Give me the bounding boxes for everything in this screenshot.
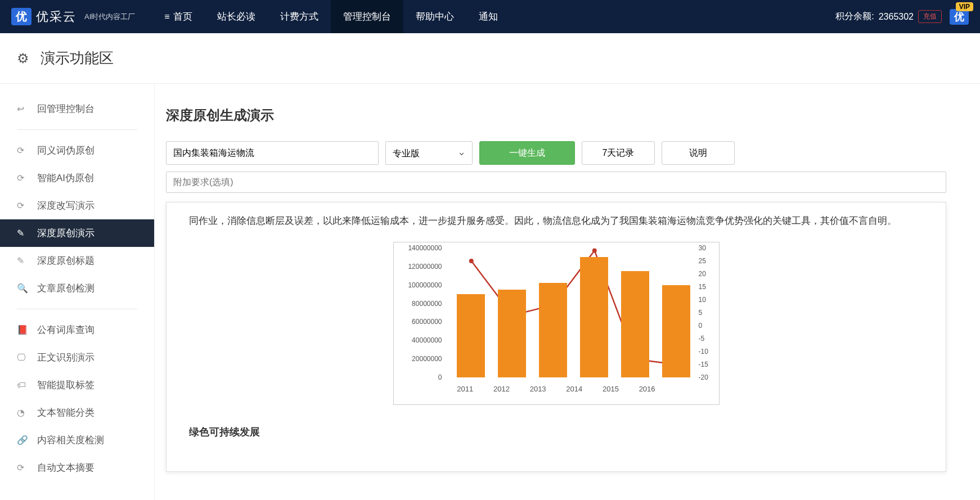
logo-subtitle: AI时代内容工厂 [84, 12, 135, 22]
y-left-tick: 140000000 [408, 241, 442, 255]
sidebar-item[interactable]: 🖵正文识别演示 [0, 344, 154, 371]
sidebar-label: 智能提取标签 [37, 379, 95, 391]
y-right-tick: -15 [699, 358, 708, 371]
controls-row: 专业版 一键生成 7天记录 说明 [166, 141, 946, 165]
y-right-tick: 30 [699, 241, 706, 255]
nav-label: 计费方式 [280, 10, 318, 23]
sidebar-label: 深度原创演示 [37, 227, 95, 240]
y-left-tick: 60000000 [412, 315, 442, 328]
nav-item[interactable]: 管理控制台 [331, 0, 403, 33]
nav-item[interactable]: 帮助中心 [403, 0, 466, 33]
sidebar-item[interactable]: 🔍文章原创检测 [0, 274, 154, 302]
output-panel[interactable]: 同作业，消除信息断层及误差，以此来降低运输成本，进一步提升服务感受。因此，物流信… [166, 202, 946, 472]
sidebar-label: 内容相关度检测 [37, 434, 104, 447]
list-icon: ≡ [164, 12, 169, 22]
y-right-tick: -20 [699, 371, 708, 384]
sidebar-label: 回管理控制台 [37, 102, 95, 115]
sidebar-item[interactable]: 📕公有词库查询 [0, 316, 154, 344]
main-nav: ≡首页站长必读计费方式管理控制台帮助中心通知 [152, 0, 510, 33]
nav-item[interactable]: 站长必读 [205, 0, 268, 33]
sidebar-label: 文章原创检测 [37, 282, 95, 295]
page-title: 演示功能区 [41, 48, 114, 68]
y-left-tick: 120000000 [408, 260, 442, 273]
sidebar-item[interactable]: ✎深度原创演示 [0, 219, 154, 247]
sidebar-item[interactable]: ↩回管理控制台 [0, 95, 154, 123]
nav-label: 通知 [479, 10, 498, 23]
sidebar-icon: 🖵 [17, 353, 28, 363]
y-left-tick: 100000000 [408, 278, 442, 292]
y-left-tick: 0 [438, 371, 442, 384]
sidebar-item[interactable]: ⟳深度改写演示 [0, 192, 154, 219]
generate-button[interactable]: 一键生成 [479, 141, 575, 165]
nav-item[interactable]: 计费方式 [268, 0, 331, 33]
section-heading: 绿色可持续发展 [189, 422, 923, 442]
sidebar-icon: 📕 [17, 325, 28, 335]
vip-logo: 优 [950, 9, 969, 25]
gear-icon: ⚙ [17, 51, 29, 66]
sidebar-item[interactable]: 🔗内容相关度检测 [0, 426, 154, 454]
vip-badge-wrap[interactable]: VIP 优 [950, 10, 969, 24]
top-navbar: 优 优采云 AI时代内容工厂 ≡首页站长必读计费方式管理控制台帮助中心通知 积分… [0, 0, 980, 33]
y-left-tick: 20000000 [412, 352, 442, 366]
sidebar-icon: 🔍 [17, 283, 28, 294]
recharge-button[interactable]: 充值 [918, 10, 942, 23]
nav-item[interactable]: 通知 [466, 0, 510, 33]
logo-text: 优采云 [36, 8, 77, 25]
y-left-tick: 40000000 [412, 334, 442, 347]
sidebar-label: 文本智能分类 [37, 406, 95, 419]
sidebar-item[interactable]: ◔文本智能分类 [0, 399, 154, 426]
nav-label: 首页 [173, 10, 192, 23]
vip-badge: VIP [956, 2, 973, 11]
sidebar-item[interactable]: ✎深度原创标题 [0, 247, 154, 274]
sidebar-label: 公有词库查询 [37, 323, 95, 336]
sidebar-item[interactable]: ⟳同义词伪原创 [0, 137, 154, 164]
sidebar-icon: ⟳ [17, 145, 28, 156]
sidebar-label: 自动文本摘要 [37, 461, 95, 474]
sidebar: ↩回管理控制台⟳同义词伪原创⟳智能AI伪原创⟳深度改写演示✎深度原创演示✎深度原… [0, 84, 155, 500]
chart-bar [457, 294, 485, 377]
nav-label: 帮助中心 [416, 10, 454, 23]
content: 深度原创生成演示 专业版 一键生成 7天记录 说明 同作业，消除信息断层及误差，… [155, 84, 980, 500]
nav-item[interactable]: ≡首页 [152, 0, 204, 33]
y-right-tick: -5 [699, 332, 705, 345]
keyword-input[interactable] [166, 141, 379, 165]
chart: 0200000004000000060000000800000001000000… [393, 242, 720, 405]
sidebar-icon: ◔ [17, 407, 28, 418]
extra-input[interactable] [166, 172, 946, 193]
chart-bar [662, 285, 690, 377]
svg-point-3 [592, 249, 596, 253]
y-left-tick: 80000000 [412, 297, 442, 310]
chart-bar [621, 271, 649, 377]
mode-select[interactable]: 专业版 [385, 141, 473, 165]
chart-bar [498, 290, 526, 377]
sidebar-item[interactable]: ⟳自动文本摘要 [0, 454, 154, 481]
logo[interactable]: 优 优采云 AI时代内容工厂 [11, 8, 135, 25]
content-title: 深度原创生成演示 [166, 106, 946, 124]
subheader: ⚙ 演示功能区 [0, 33, 980, 84]
svg-point-0 [469, 259, 473, 263]
sidebar-icon: ✎ [17, 255, 28, 266]
x-label: 2013 [530, 382, 546, 397]
help-button[interactable]: 说明 [662, 141, 735, 165]
sidebar-icon: ⟳ [17, 200, 28, 211]
y-right-tick: -10 [699, 345, 708, 358]
chart-bar [539, 283, 567, 377]
sidebar-label: 深度原创标题 [37, 254, 95, 267]
x-label: 2016 [639, 382, 655, 397]
sidebar-label: 深度改写演示 [37, 199, 95, 212]
sidebar-label: 正文识别演示 [37, 351, 95, 364]
sidebar-item[interactable]: ⟳智能AI伪原创 [0, 164, 154, 192]
y-right-tick: 25 [699, 254, 706, 268]
sidebar-item[interactable]: 🏷智能提取标签 [0, 371, 154, 399]
points-label: 积分余额: [835, 11, 874, 22]
sidebar-icon: ⟳ [17, 462, 28, 473]
sidebar-icon: 🔗 [17, 435, 28, 445]
history-button[interactable]: 7天记录 [582, 141, 655, 165]
output-paragraph: 同作业，消除信息断层及误差，以此来降低运输成本，进一步提升服务感受。因此，物流信… [189, 211, 923, 231]
y-right-tick: 20 [699, 267, 706, 281]
sidebar-icon: ⟳ [17, 173, 28, 183]
points-value: 2365302 [879, 12, 914, 22]
sidebar-icon: ✎ [17, 228, 28, 238]
sidebar-label: 智能AI伪原创 [37, 172, 94, 184]
y-right-tick: 15 [699, 280, 706, 294]
